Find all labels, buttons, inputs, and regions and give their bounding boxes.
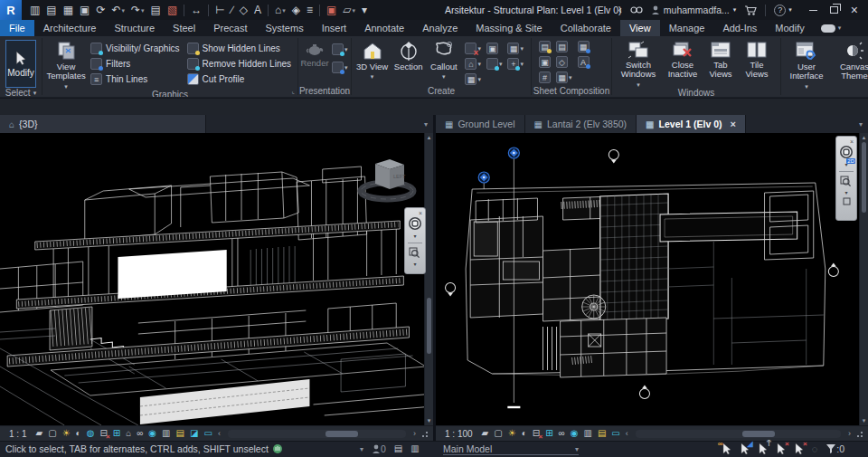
- scope-box-button[interactable]: ▾: [486, 58, 503, 70]
- select-panel-label[interactable]: Select▾: [0, 88, 42, 98]
- worksets-dialog-icon[interactable]: ▤: [394, 444, 402, 453]
- scroll-right-icon[interactable]: ›: [413, 429, 416, 438]
- show-hidden-lines-button[interactable]: Show Hidden Lines: [187, 43, 291, 54]
- revisions-button[interactable]: ▦: [578, 41, 590, 52]
- modify-button[interactable]: Modify: [5, 40, 36, 88]
- temporary-view-properties-icon[interactable]: ▤: [176, 429, 184, 438]
- visual-style-icon[interactable]: ▢: [48, 429, 56, 438]
- grid-button[interactable]: #: [539, 71, 551, 83]
- tab-list-caret[interactable]: ▾: [424, 120, 433, 129]
- resize-grip[interactable]: [421, 431, 428, 437]
- 3d-view-button[interactable]: 3D View▾: [354, 38, 390, 81]
- wheel-menu-caret[interactable]: ▾: [413, 233, 416, 239]
- reveal-hidden-icon[interactable]: ◉: [148, 429, 156, 438]
- view-tab-level-1[interactable]: ▦ Level 1 (Elv 0) ×: [637, 115, 746, 133]
- tab-view[interactable]: View: [620, 20, 660, 36]
- view-templates-button[interactable]: View Templates▾: [45, 38, 87, 90]
- filters-button[interactable]: Filters: [90, 58, 180, 70]
- new-file-icon[interactable]: ▤: [46, 5, 56, 15]
- schedules-button[interactable]: +▾: [507, 58, 524, 70]
- render-gallery-button[interactable]: ▾: [332, 62, 348, 73]
- export-icon[interactable]: ▧: [167, 5, 177, 15]
- active-users-indicator[interactable]: 0: [372, 443, 386, 454]
- cut-profile-button[interactable]: Cut Profile: [187, 73, 291, 85]
- close-button[interactable]: ×: [851, 4, 858, 16]
- open-file-icon[interactable]: ▦: [63, 5, 73, 15]
- tab-precast[interactable]: Precast: [204, 20, 256, 36]
- crop-view-icon[interactable]: ⊟: [533, 429, 540, 438]
- search-icon[interactable]: [630, 5, 643, 14]
- tab-architecture[interactable]: Architecture: [34, 20, 106, 36]
- canvas-theme-button[interactable]: Canvas Theme: [835, 38, 868, 81]
- sync-icon[interactable]: ⟳: [96, 5, 105, 15]
- temporary-view-properties-icon[interactable]: ▤: [598, 429, 606, 438]
- ribbon-display-toggle[interactable]: ▾: [821, 20, 842, 36]
- zoom-menu-caret[interactable]: ▾: [844, 190, 847, 195]
- canvas-3d[interactable]: LEFT × ▾ ▾ ▴ ▾: [0, 133, 433, 425]
- default-3d-view-icon[interactable]: ⌂▾: [275, 5, 286, 15]
- horizontal-scrollbar-3d[interactable]: [228, 430, 406, 438]
- crop-view-icon[interactable]: ⊟: [99, 429, 107, 438]
- crop-region-icon[interactable]: ⊞: [113, 429, 120, 438]
- resize-grip[interactable]: [856, 431, 863, 437]
- aligned-dimension-icon[interactable]: ⊢: [215, 5, 224, 15]
- tab-analyze[interactable]: Analyze: [413, 20, 467, 36]
- thin-lines-button[interactable]: ≡Thin Lines: [90, 73, 180, 85]
- model-line-icon[interactable]: ∕: [231, 5, 233, 15]
- legends-button[interactable]: ▦▾: [507, 43, 524, 54]
- insert-from-file-button[interactable]: ▦▾: [556, 71, 572, 83]
- thin-lines-icon[interactable]: ≡: [307, 5, 313, 15]
- vertical-scrollbar-3d[interactable]: ▴ ▾: [424, 133, 433, 425]
- restore-button[interactable]: [830, 6, 838, 14]
- navbar-customize-icon[interactable]: [843, 197, 851, 205]
- interop-icon[interactable]: ▥: [30, 5, 40, 15]
- tab-annotate[interactable]: Annotate: [355, 20, 413, 36]
- navigation-bar-3d[interactable]: × ▾ ▾: [404, 207, 426, 274]
- tab-file[interactable]: File: [0, 20, 34, 36]
- visibility-graphics-button[interactable]: Visibility/ Graphics: [90, 43, 180, 54]
- tab-systems[interactable]: Systems: [256, 20, 312, 36]
- print-icon[interactable]: ▤: [151, 5, 161, 15]
- tab-views-button[interactable]: Tab Views: [703, 38, 738, 80]
- zoom-icon[interactable]: [409, 247, 421, 260]
- temporary-hide-icon[interactable]: ∞: [559, 429, 565, 438]
- selection-filter[interactable]: :0: [826, 443, 844, 454]
- detail-level-icon[interactable]: ▰: [35, 429, 42, 438]
- user-interface-button[interactable]: User Interface▾: [784, 38, 829, 90]
- switch-windows-button[interactable]: Switch Windows▾: [615, 38, 662, 88]
- switch-windows-icon[interactable]: ▱▾: [343, 5, 355, 15]
- temporary-hide-icon[interactable]: ∞: [137, 429, 143, 438]
- tab-insert[interactable]: Insert: [313, 20, 356, 36]
- tab-modify[interactable]: Modify: [766, 20, 813, 36]
- title-block-button[interactable]: ▤: [556, 41, 572, 52]
- text-icon[interactable]: A: [254, 5, 261, 15]
- tab-add-ins[interactable]: Add-Ins: [713, 20, 766, 36]
- drag-on-selection-toggle[interactable]: ×: [794, 443, 804, 454]
- qat-customize-icon[interactable]: ▾: [362, 5, 367, 15]
- account-menu[interactable]: muhammadfa... ▾: [651, 5, 736, 15]
- plan-views-button[interactable]: ⌂▾: [465, 58, 481, 70]
- view-tab-ground-level[interactable]: ▦ Ground Level: [436, 115, 525, 133]
- reveal-hidden-icon[interactable]: ◉: [571, 429, 579, 438]
- tab-collaborate[interactable]: Collaborate: [552, 20, 620, 36]
- status-caret-icon[interactable]: ▾: [360, 445, 363, 453]
- canvas-plan[interactable]: × 2D ▾ ▾ ▴ ▾: [436, 133, 868, 425]
- tab-list-caret[interactable]: ▾: [859, 120, 868, 129]
- selection-box-icon[interactable]: ▭: [611, 429, 619, 438]
- tab-massing-site[interactable]: Massing & Site: [467, 20, 551, 36]
- matchline-button[interactable]: ◇: [556, 56, 572, 68]
- view-tab-lantai-2[interactable]: ▦ Lantai 2 (Elv 3850): [525, 115, 637, 133]
- horizontal-scrollbar-plan[interactable]: [636, 430, 841, 438]
- scroll-right-icon[interactable]: ›: [848, 429, 851, 438]
- revit-logo[interactable]: R: [0, 0, 22, 20]
- cart-icon[interactable]: [744, 5, 757, 15]
- select-by-face-toggle[interactable]: ×: [776, 443, 786, 454]
- tab-manage[interactable]: Manage: [660, 20, 714, 36]
- minimize-button[interactable]: [809, 10, 817, 11]
- render-in-cloud-button[interactable]: ▾: [332, 43, 348, 55]
- help-menu[interactable]: ?▾: [774, 5, 792, 16]
- sun-path-icon[interactable]: ☀: [508, 429, 516, 438]
- zoom-icon[interactable]: [840, 176, 853, 188]
- crop-region-icon[interactable]: ⊞: [545, 429, 552, 438]
- guide-grid-button[interactable]: ▣: [539, 56, 551, 68]
